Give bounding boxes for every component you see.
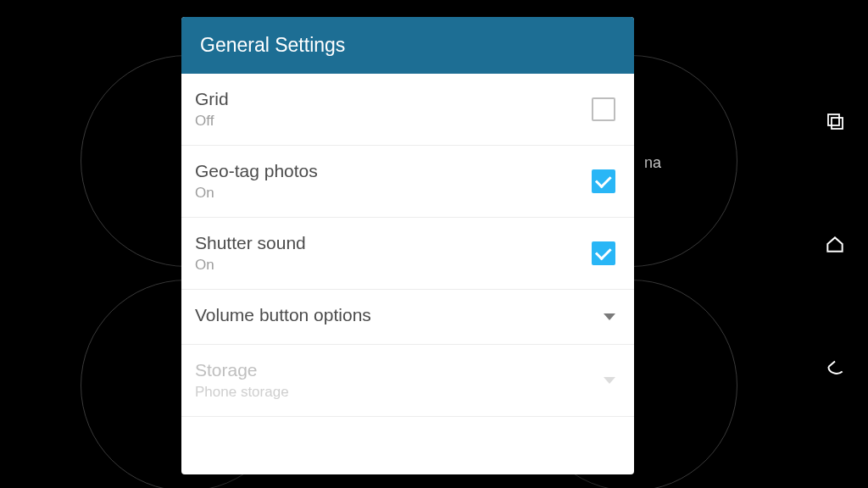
svg-rect-1 bbox=[832, 118, 843, 129]
camera-mode-label-partial: na bbox=[644, 154, 661, 172]
setting-row-storage[interactable]: Storage Phone storage bbox=[181, 345, 634, 417]
dialog-title: General Settings bbox=[181, 17, 634, 74]
checkbox-grid[interactable] bbox=[592, 97, 615, 121]
home-button[interactable] bbox=[818, 227, 852, 261]
checkbox-geotag[interactable] bbox=[592, 169, 615, 193]
setting-sub: Phone storage bbox=[195, 384, 604, 401]
screen: na General Settings Grid Off Geo-tag pho… bbox=[0, 0, 868, 488]
checkbox-shutter[interactable] bbox=[592, 241, 615, 265]
recents-button[interactable] bbox=[818, 104, 852, 138]
chevron-down-icon bbox=[604, 377, 615, 384]
back-icon bbox=[824, 356, 846, 378]
setting-title: Shutter sound bbox=[195, 233, 592, 253]
setting-title: Grid bbox=[195, 89, 592, 109]
setting-row-geotag[interactable]: Geo-tag photos On bbox=[181, 146, 634, 218]
setting-title: Storage bbox=[195, 360, 604, 380]
setting-row-shutter[interactable]: Shutter sound On bbox=[181, 218, 634, 290]
svg-rect-0 bbox=[828, 114, 839, 125]
setting-title: Geo-tag photos bbox=[195, 161, 592, 181]
system-navbar bbox=[802, 0, 868, 488]
recents-icon bbox=[825, 111, 845, 131]
setting-sub: On bbox=[195, 257, 592, 274]
dialog-body: Grid Off Geo-tag photos On Shutter sound… bbox=[181, 74, 634, 474]
setting-row-grid[interactable]: Grid Off bbox=[181, 74, 634, 146]
setting-title: Volume button options bbox=[195, 305, 604, 325]
general-settings-dialog: General Settings Grid Off Geo-tag photos… bbox=[181, 17, 634, 474]
home-icon bbox=[824, 233, 846, 255]
setting-row-volume-options[interactable]: Volume button options bbox=[181, 290, 634, 345]
chevron-down-icon bbox=[604, 313, 615, 320]
back-button[interactable] bbox=[818, 350, 852, 384]
setting-sub: On bbox=[195, 185, 592, 202]
setting-sub: Off bbox=[195, 113, 592, 130]
